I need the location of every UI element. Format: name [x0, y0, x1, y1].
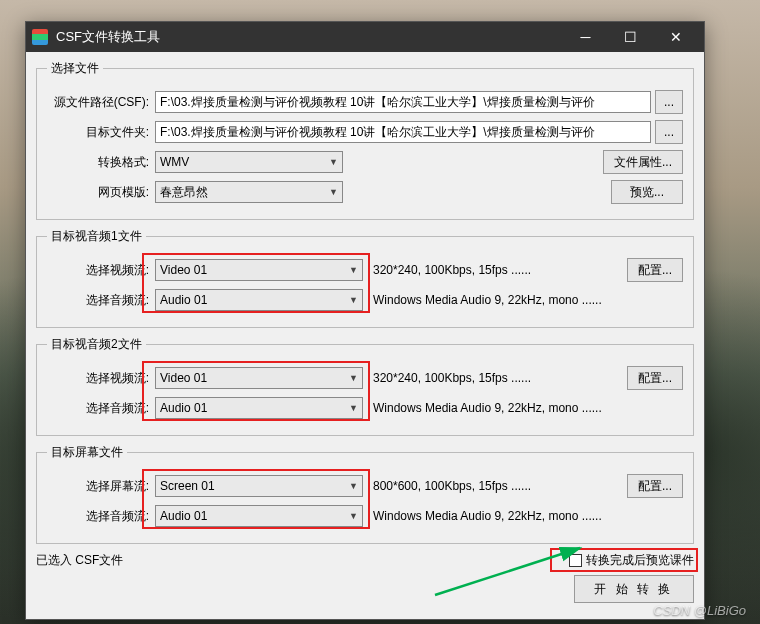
- group-select-file: 选择文件 源文件路径(CSF): F:\03.焊接质量检测与评价视频教程 10讲…: [36, 60, 694, 220]
- chevron-down-icon: ▼: [349, 476, 358, 496]
- chevron-down-icon: ▼: [349, 368, 358, 388]
- group-select-file-legend: 选择文件: [47, 60, 103, 77]
- start-convert-button[interactable]: 开 始 转 换: [574, 575, 694, 603]
- av1-video-info: 320*240, 100Kbps, 15fps ......: [363, 263, 627, 277]
- group-screen-legend: 目标屏幕文件: [47, 444, 127, 461]
- chevron-down-icon: ▼: [329, 152, 338, 172]
- target-folder-label: 目标文件夹:: [47, 124, 155, 141]
- source-browse-button[interactable]: ...: [655, 90, 683, 114]
- group-av2-legend: 目标视音频2文件: [47, 336, 146, 353]
- file-properties-button[interactable]: 文件属性...: [603, 150, 683, 174]
- client-area: 选择文件 源文件路径(CSF): F:\03.焊接质量检测与评价视频教程 10讲…: [26, 52, 704, 619]
- group-av1: 目标视音频1文件 选择视频流: Video 01 ▼ 320*240, 100K…: [36, 228, 694, 328]
- screen-audio-select[interactable]: Audio 01 ▼: [155, 505, 363, 527]
- av1-video-select[interactable]: Video 01 ▼: [155, 259, 363, 281]
- format-label: 转换格式:: [47, 154, 155, 171]
- title-bar: CSF文件转换工具 ─ ☐ ✕: [26, 22, 704, 52]
- av2-audio-label: 选择音频流:: [47, 400, 155, 417]
- group-av2: 目标视音频2文件 选择视频流: Video 01 ▼ 320*240, 100K…: [36, 336, 694, 436]
- av1-audio-select[interactable]: Audio 01 ▼: [155, 289, 363, 311]
- chevron-down-icon: ▼: [349, 506, 358, 526]
- av1-config-button[interactable]: 配置...: [627, 258, 683, 282]
- av1-audio-info: Windows Media Audio 9, 22kHz, mono .....…: [363, 293, 683, 307]
- target-folder-input[interactable]: F:\03.焊接质量检测与评价视频教程 10讲【哈尔滨工业大学】\焊接质量检测与…: [155, 121, 651, 143]
- av2-video-select[interactable]: Video 01 ▼: [155, 367, 363, 389]
- screen-config-button[interactable]: 配置...: [627, 474, 683, 498]
- chevron-down-icon: ▼: [329, 182, 338, 202]
- chevron-down-icon: ▼: [349, 260, 358, 280]
- screen-audio-info: Windows Media Audio 9, 22kHz, mono .....…: [363, 509, 683, 523]
- watermark: CSDN @LiBiGo: [653, 603, 746, 618]
- preview-after-checkbox[interactable]: [569, 554, 582, 567]
- av2-audio-select[interactable]: Audio 01 ▼: [155, 397, 363, 419]
- template-select[interactable]: 春意昂然 ▼: [155, 181, 343, 203]
- group-av1-legend: 目标视音频1文件: [47, 228, 146, 245]
- source-path-input[interactable]: F:\03.焊接质量检测与评价视频教程 10讲【哈尔滨工业大学】\焊接质量检测与…: [155, 91, 651, 113]
- minimize-button[interactable]: ─: [563, 22, 608, 52]
- target-browse-button[interactable]: ...: [655, 120, 683, 144]
- format-select[interactable]: WMV ▼: [155, 151, 343, 173]
- window-title: CSF文件转换工具: [56, 28, 563, 46]
- chevron-down-icon: ▼: [349, 398, 358, 418]
- screen-audio-label: 选择音频流:: [47, 508, 155, 525]
- source-path-label: 源文件路径(CSF):: [47, 94, 155, 111]
- av1-video-label: 选择视频流:: [47, 262, 155, 279]
- av1-audio-label: 选择音频流:: [47, 292, 155, 309]
- app-icon: [32, 29, 48, 45]
- close-button[interactable]: ✕: [653, 22, 698, 52]
- screen-stream-info: 800*600, 100Kbps, 15fps ......: [363, 479, 627, 493]
- selected-csf-label: 已选入 CSF文件: [36, 552, 123, 569]
- template-label: 网页模版:: [47, 184, 155, 201]
- screen-stream-label: 选择屏幕流:: [47, 478, 155, 495]
- av2-config-button[interactable]: 配置...: [627, 366, 683, 390]
- preview-after-label: 转换完成后预览课件: [586, 552, 694, 569]
- av2-video-label: 选择视频流:: [47, 370, 155, 387]
- chevron-down-icon: ▼: [349, 290, 358, 310]
- preview-button[interactable]: 预览...: [611, 180, 683, 204]
- av2-audio-info: Windows Media Audio 9, 22kHz, mono .....…: [363, 401, 683, 415]
- av2-video-info: 320*240, 100Kbps, 15fps ......: [363, 371, 627, 385]
- app-window: CSF文件转换工具 ─ ☐ ✕ 选择文件 源文件路径(CSF): F:\03.焊…: [25, 21, 705, 620]
- screen-stream-select[interactable]: Screen 01 ▼: [155, 475, 363, 497]
- maximize-button[interactable]: ☐: [608, 22, 653, 52]
- group-screen: 目标屏幕文件 选择屏幕流: Screen 01 ▼ 800*600, 100Kb…: [36, 444, 694, 544]
